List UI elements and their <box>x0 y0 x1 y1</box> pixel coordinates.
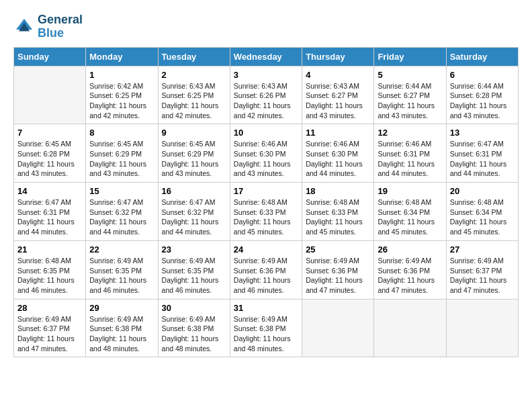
calendar-cell: 14 Sunrise: 6:47 AMSunset: 6:31 PMDaylig… <box>14 183 86 241</box>
calendar-cell: 4 Sunrise: 6:43 AMSunset: 6:27 PMDayligh… <box>302 66 374 124</box>
cell-info: Sunrise: 6:49 AMSunset: 6:37 PMDaylight:… <box>450 256 515 295</box>
calendar-cell: 8 Sunrise: 6:45 AMSunset: 6:29 PMDayligh… <box>86 124 158 183</box>
calendar-cell: 6 Sunrise: 6:44 AMSunset: 6:28 PMDayligh… <box>446 66 518 124</box>
day-number: 17 <box>234 186 298 196</box>
cell-info: Sunrise: 6:49 AMSunset: 6:38 PMDaylight:… <box>234 314 298 354</box>
calendar-cell: 3 Sunrise: 6:43 AMSunset: 6:26 PMDayligh… <box>230 66 302 124</box>
cell-info: Sunrise: 6:48 AMSunset: 6:35 PMDaylight:… <box>17 256 82 295</box>
cell-info: Sunrise: 6:49 AMSunset: 6:38 PMDaylight:… <box>162 314 226 354</box>
cell-info: Sunrise: 6:48 AMSunset: 6:33 PMDaylight:… <box>234 197 298 237</box>
cell-info: Sunrise: 6:47 AMSunset: 6:32 PMDaylight:… <box>89 197 154 237</box>
day-header-monday: Monday <box>86 47 158 66</box>
cell-info: Sunrise: 6:49 AMSunset: 6:35 PMDaylight:… <box>89 256 154 295</box>
calendar-cell <box>374 299 446 357</box>
calendar-cell: 30 Sunrise: 6:49 AMSunset: 6:38 PMDaylig… <box>158 299 230 357</box>
calendar-cell <box>446 299 518 357</box>
calendar-cell: 12 Sunrise: 6:46 AMSunset: 6:31 PMDaylig… <box>374 124 446 183</box>
cell-info: Sunrise: 6:45 AMSunset: 6:29 PMDaylight:… <box>162 139 226 179</box>
cell-info: Sunrise: 6:47 AMSunset: 6:31 PMDaylight:… <box>17 197 82 237</box>
calendar-cell: 13 Sunrise: 6:47 AMSunset: 6:31 PMDaylig… <box>446 124 518 183</box>
calendar-cell: 15 Sunrise: 6:47 AMSunset: 6:32 PMDaylig… <box>86 183 158 241</box>
week-row-1: 1 Sunrise: 6:42 AMSunset: 6:25 PMDayligh… <box>14 66 519 124</box>
calendar-cell: 11 Sunrise: 6:46 AMSunset: 6:30 PMDaylig… <box>302 124 374 183</box>
day-number: 4 <box>306 70 370 80</box>
day-number: 15 <box>89 186 154 196</box>
cell-info: Sunrise: 6:49 AMSunset: 6:37 PMDaylight:… <box>17 314 82 354</box>
cell-info: Sunrise: 6:43 AMSunset: 6:25 PMDaylight:… <box>162 81 226 121</box>
day-number: 22 <box>89 244 154 255</box>
cell-info: Sunrise: 6:43 AMSunset: 6:26 PMDaylight:… <box>234 81 298 121</box>
day-header-saturday: Saturday <box>446 47 518 66</box>
calendar-cell: 23 Sunrise: 6:49 AMSunset: 6:35 PMDaylig… <box>158 240 230 299</box>
day-number: 24 <box>234 244 298 255</box>
day-number: 16 <box>162 186 226 196</box>
day-header-thursday: Thursday <box>302 47 374 66</box>
calendar-cell: 2 Sunrise: 6:43 AMSunset: 6:25 PMDayligh… <box>158 66 230 124</box>
calendar-cell: 25 Sunrise: 6:49 AMSunset: 6:36 PMDaylig… <box>302 240 374 299</box>
cell-info: Sunrise: 6:43 AMSunset: 6:27 PMDaylight:… <box>306 81 370 121</box>
calendar-cell: 26 Sunrise: 6:49 AMSunset: 6:36 PMDaylig… <box>374 240 446 299</box>
cell-info: Sunrise: 6:49 AMSunset: 6:36 PMDaylight:… <box>378 256 442 295</box>
day-number: 18 <box>306 186 370 196</box>
day-number: 5 <box>378 70 442 80</box>
calendar-cell: 24 Sunrise: 6:49 AMSunset: 6:36 PMDaylig… <box>230 240 302 299</box>
day-number: 19 <box>378 186 442 196</box>
calendar-cell: 31 Sunrise: 6:49 AMSunset: 6:38 PMDaylig… <box>230 299 302 357</box>
calendar-cell: 5 Sunrise: 6:44 AMSunset: 6:27 PMDayligh… <box>374 66 446 124</box>
calendar-cell: 10 Sunrise: 6:46 AMSunset: 6:30 PMDaylig… <box>230 124 302 183</box>
cell-info: Sunrise: 6:47 AMSunset: 6:32 PMDaylight:… <box>162 197 226 237</box>
cell-info: Sunrise: 6:47 AMSunset: 6:31 PMDaylight:… <box>450 139 515 179</box>
calendar-cell: 20 Sunrise: 6:48 AMSunset: 6:34 PMDaylig… <box>446 183 518 241</box>
calendar-cell: 18 Sunrise: 6:48 AMSunset: 6:33 PMDaylig… <box>302 183 374 241</box>
day-number: 14 <box>17 186 82 196</box>
day-number: 2 <box>162 70 226 80</box>
cell-info: Sunrise: 6:45 AMSunset: 6:29 PMDaylight:… <box>89 139 154 179</box>
header-row: SundayMondayTuesdayWednesdayThursdayFrid… <box>14 47 519 66</box>
day-number: 7 <box>17 128 82 138</box>
day-number: 27 <box>450 244 515 255</box>
day-number: 30 <box>162 303 226 313</box>
day-number: 10 <box>234 128 298 138</box>
calendar-cell: 16 Sunrise: 6:47 AMSunset: 6:32 PMDaylig… <box>158 183 230 241</box>
logo: General Blue <box>13 13 83 40</box>
week-row-3: 14 Sunrise: 6:47 AMSunset: 6:31 PMDaylig… <box>14 183 519 241</box>
logo-text: General Blue <box>38 13 83 40</box>
day-number: 8 <box>89 128 154 138</box>
calendar-table: SundayMondayTuesdayWednesdayThursdayFrid… <box>13 47 519 358</box>
calendar-cell: 17 Sunrise: 6:48 AMSunset: 6:33 PMDaylig… <box>230 183 302 241</box>
calendar-cell: 22 Sunrise: 6:49 AMSunset: 6:35 PMDaylig… <box>86 240 158 299</box>
day-number: 1 <box>89 70 154 80</box>
calendar-cell: 21 Sunrise: 6:48 AMSunset: 6:35 PMDaylig… <box>14 240 86 299</box>
page-header: General Blue <box>13 13 519 40</box>
day-number: 13 <box>450 128 515 138</box>
day-number: 23 <box>162 244 226 255</box>
day-number: 21 <box>17 244 82 255</box>
cell-info: Sunrise: 6:48 AMSunset: 6:33 PMDaylight:… <box>306 197 370 237</box>
day-number: 20 <box>450 186 515 196</box>
calendar-cell: 19 Sunrise: 6:48 AMSunset: 6:34 PMDaylig… <box>374 183 446 241</box>
day-number: 12 <box>378 128 442 138</box>
day-number: 26 <box>378 244 442 255</box>
cell-info: Sunrise: 6:49 AMSunset: 6:38 PMDaylight:… <box>89 314 154 354</box>
week-row-4: 21 Sunrise: 6:48 AMSunset: 6:35 PMDaylig… <box>14 240 519 299</box>
calendar-cell: 29 Sunrise: 6:49 AMSunset: 6:38 PMDaylig… <box>86 299 158 357</box>
day-number: 31 <box>234 303 298 313</box>
calendar-cell: 1 Sunrise: 6:42 AMSunset: 6:25 PMDayligh… <box>86 66 158 124</box>
day-header-tuesday: Tuesday <box>158 47 230 66</box>
day-number: 25 <box>306 244 370 255</box>
calendar-cell: 27 Sunrise: 6:49 AMSunset: 6:37 PMDaylig… <box>446 240 518 299</box>
cell-info: Sunrise: 6:49 AMSunset: 6:36 PMDaylight:… <box>306 256 370 295</box>
cell-info: Sunrise: 6:49 AMSunset: 6:36 PMDaylight:… <box>234 256 298 295</box>
calendar-cell <box>14 66 86 124</box>
day-number: 6 <box>450 70 515 80</box>
day-number: 9 <box>162 128 226 138</box>
calendar-cell: 9 Sunrise: 6:45 AMSunset: 6:29 PMDayligh… <box>158 124 230 183</box>
cell-info: Sunrise: 6:46 AMSunset: 6:31 PMDaylight:… <box>378 139 442 179</box>
day-header-friday: Friday <box>374 47 446 66</box>
day-header-wednesday: Wednesday <box>230 47 302 66</box>
cell-info: Sunrise: 6:48 AMSunset: 6:34 PMDaylight:… <box>450 197 515 237</box>
cell-info: Sunrise: 6:44 AMSunset: 6:28 PMDaylight:… <box>450 81 515 121</box>
cell-info: Sunrise: 6:49 AMSunset: 6:35 PMDaylight:… <box>162 256 226 295</box>
cell-info: Sunrise: 6:44 AMSunset: 6:27 PMDaylight:… <box>378 81 442 121</box>
week-row-5: 28 Sunrise: 6:49 AMSunset: 6:37 PMDaylig… <box>14 299 519 357</box>
